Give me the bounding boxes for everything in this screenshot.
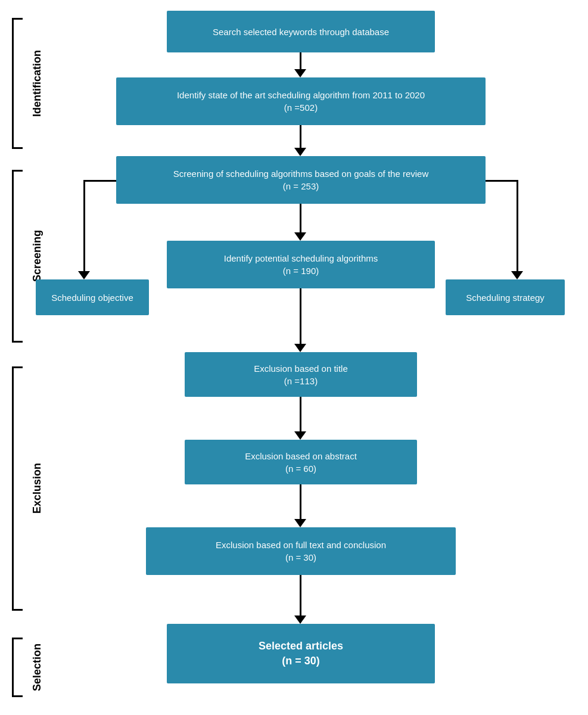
arrow-7-head	[294, 431, 306, 440]
arrow-6-head	[294, 344, 306, 352]
arrow-3-line	[300, 204, 301, 234]
screening-label: Screening	[31, 230, 43, 282]
arrow-9-head	[294, 615, 306, 624]
arrow-right-h	[486, 180, 518, 182]
box-identify-potential: Identify potential scheduling algorithms…	[167, 241, 435, 288]
stage-screening: Screening	[3, 164, 43, 349]
arrow-right-v	[517, 180, 518, 272]
selection-label: Selection	[31, 644, 43, 691]
arrow-8-line	[300, 484, 301, 520]
arrow-3-head	[294, 232, 306, 241]
arrow-left-h	[83, 180, 116, 182]
arrow-7-line	[300, 397, 301, 433]
stage-identification: Identification	[3, 12, 43, 155]
arrow-8-head	[294, 519, 306, 527]
box-exclusion-fulltext: Exclusion based on full text and conclus…	[146, 527, 456, 575]
arrow-1-line	[300, 52, 301, 70]
arrow-9-line	[300, 575, 301, 617]
arrow-left-head	[78, 271, 90, 279]
box-identify-state: Identify state of the art scheduling alg…	[116, 77, 486, 125]
box-screening: Screening of scheduling algorithms based…	[116, 156, 486, 204]
box-exclusion-abstract: Exclusion based on abstract (n = 60)	[185, 440, 417, 484]
stage-selection: Selection	[3, 632, 43, 703]
diagram-container: Identification Screening Exclusion Selec…	[0, 0, 588, 715]
arrow-6-line	[300, 288, 301, 345]
arrow-2-line	[300, 125, 301, 149]
box-search-keywords: Search selected keywords through databas…	[167, 11, 435, 52]
identification-label: Identification	[31, 50, 43, 117]
arrow-left-v	[83, 180, 85, 272]
arrow-2-head	[294, 148, 306, 156]
arrow-1-head	[294, 69, 306, 77]
box-selected-articles: Selected articles (n = 30)	[167, 624, 435, 683]
arrow-right-head	[511, 271, 523, 279]
box-exclusion-title: Exclusion based on title (n =113)	[185, 352, 417, 397]
box-scheduling-strategy: Scheduling strategy	[446, 279, 565, 315]
stage-exclusion: Exclusion	[3, 360, 43, 617]
box-scheduling-objective: Scheduling objective	[36, 279, 149, 315]
exclusion-label: Exclusion	[31, 463, 43, 514]
